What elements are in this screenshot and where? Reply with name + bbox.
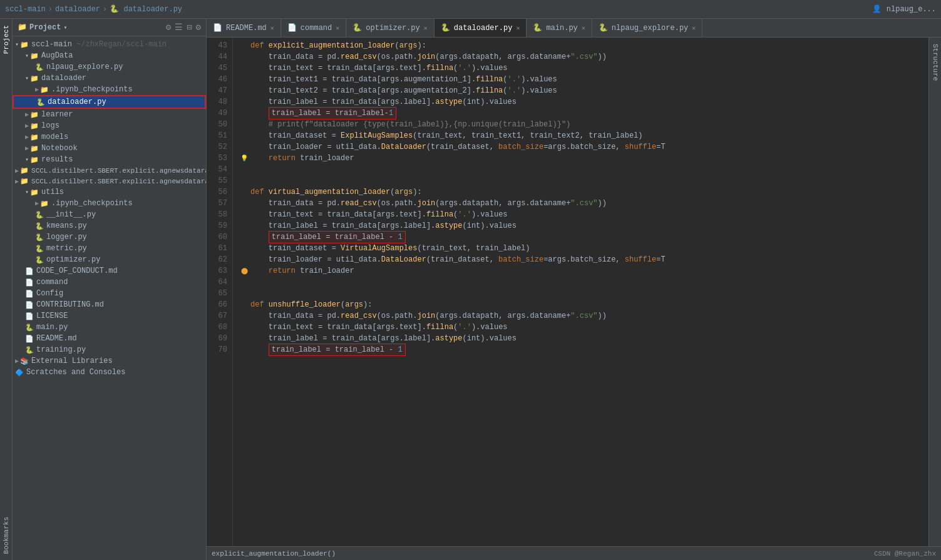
close-dataloader[interactable]: ✕ <box>516 24 520 32</box>
tree-item-notebook[interactable]: ▶ 📁 Notebook <box>13 143 206 154</box>
tree-item-command[interactable]: 📄 command <box>13 277 206 288</box>
status-bar: explicit_augmentation_loader() CSDN @Reg… <box>207 546 941 560</box>
tab-label-readme: README.md <box>226 24 267 33</box>
close-main[interactable]: ✕ <box>582 24 585 32</box>
tree-item-config[interactable]: 📄 Config <box>13 288 206 299</box>
tree-item-license[interactable]: 📄 LICENSE <box>13 310 206 322</box>
tree-item-nlpaug[interactable]: 🐍 nlpaug_explore.py <box>13 61 206 73</box>
collapse-icon[interactable]: ⊟ <box>187 22 192 33</box>
tree-item-code-of-conduct[interactable]: 📄 CODE_OF_CONDUCT.md <box>13 265 206 277</box>
tree-item-kmeans[interactable]: 🐍 kmeans.py <box>13 220 206 232</box>
code-line-57: train_data = pd.read_csv(os.path.join(ar… <box>233 198 928 209</box>
tree-item-init[interactable]: 🐍 __init__.py <box>13 209 206 220</box>
close-readme[interactable]: ✕ <box>270 24 274 32</box>
tab-label-main: main.py <box>546 24 577 33</box>
tab-label-nlpaug: nlpaug_explore.py <box>612 24 688 33</box>
tab-icon-readme: 📄 <box>213 23 222 33</box>
code-line-59: train_label = train_data[args.label].ast… <box>233 220 928 232</box>
tab-command[interactable]: 📄 command ✕ <box>281 19 346 38</box>
tab-optimizer[interactable]: 🐍 optimizer.py ✕ <box>346 19 434 38</box>
code-line-65 <box>233 288 928 299</box>
tree-item-dataloader-py[interactable]: 🐍 dataloader.py <box>13 95 206 109</box>
code-line-63: ⬤ return train_loader <box>233 265 928 277</box>
close-command[interactable]: ✕ <box>336 24 339 32</box>
code-line-66: def unshuffle_loader(args): <box>233 299 928 310</box>
tree-item-logs[interactable]: ▶ 📁 logs <box>13 120 206 131</box>
code-container: 43 44 45 46 47 48 49 50 51 52 53 54 55 5… <box>207 38 941 546</box>
code-line-53: 💡 return train_loader <box>233 153 928 164</box>
tree-item-sccl-charsw[interactable]: ▶ 📁 SCCL.distilbert.SBERT.explicit.agnew… <box>13 165 206 176</box>
code-line-54 <box>233 164 928 175</box>
tree-item-augdata[interactable]: ▾ 📁 AugData <box>13 50 206 61</box>
tree-item-sccl-word[interactable]: ▶ 📁 SCCL.distilbert.SBERT.explicit.agnew… <box>13 176 206 186</box>
code-line-51: train_dataset = ExplitAugSamples(train_t… <box>233 130 928 141</box>
tree-item-scratches[interactable]: 🔷 Scratches and Consoles <box>13 367 206 378</box>
breadcrumb-folder[interactable]: dataloader <box>55 5 100 14</box>
project-label: Project <box>29 23 61 32</box>
code-line-43: def explicit_augmentation_loader(args): <box>233 40 928 51</box>
code-line-64 <box>233 277 928 288</box>
tree-item-ipynb-checkpoints[interactable]: ▶ 📁 .ipynb_checkpoints <box>13 84 206 95</box>
settings-icon[interactable]: ⚙ <box>166 22 171 33</box>
close-optimizer[interactable]: ✕ <box>424 24 428 32</box>
tab-label-dataloader: dataloader.py <box>454 24 513 33</box>
code-line-45: train_text = train_data[args.text].filln… <box>233 63 928 74</box>
line-numbers: 43 44 45 46 47 48 49 50 51 52 53 54 55 5… <box>207 38 233 546</box>
structure-tab[interactable]: Structure <box>930 38 940 87</box>
editor-tabs: 📄 README.md ✕ 📄 command ✕ 🐍 optimizer.py… <box>207 19 941 38</box>
tree-item-utils-ipynb[interactable]: ▶ 📁 .ipynb_checkpoints <box>13 198 206 209</box>
tree-item-ext-libs[interactable]: ▶ 📚 External Libraries <box>13 355 206 367</box>
user-label[interactable]: nlpaug_e... <box>887 5 936 14</box>
code-line-55 <box>233 175 928 186</box>
gear-icon[interactable]: ⚙ <box>196 22 201 33</box>
tree-item-root[interactable]: ▾ 📁 sccl-main ~/zhxRegan/sccl-main <box>13 39 206 50</box>
code-line-47: train_text2 = train_data[args.augmentati… <box>233 85 928 96</box>
top-bar-right: 👤 nlpaug_e... <box>872 4 936 14</box>
tree-item-results[interactable]: ▾ 📁 results <box>13 154 206 165</box>
tree-item-readme[interactable]: 📄 README.md <box>13 333 206 344</box>
main-layout: Project Bookmarks 📁 Project ▾ ⚙ ☰ ⊟ ⚙ ▾ … <box>0 19 941 560</box>
tree-item-training[interactable]: 🐍 training.py <box>13 344 206 355</box>
code-line-67: train_data = pd.read_csv(os.path.join(ar… <box>233 310 928 322</box>
tab-dataloader[interactable]: 🐍 dataloader.py ✕ <box>435 19 527 38</box>
project-header-left: 📁 Project ▾ <box>18 23 68 32</box>
code-line-56: def virtual_augmentation_loader(args): <box>233 186 928 198</box>
tab-icon-dataloader: 🐍 <box>441 23 450 33</box>
breadcrumb-root[interactable]: sccl-main <box>5 5 46 14</box>
project-side-tab[interactable]: Project <box>1 19 11 60</box>
tab-icon-nlpaug: 🐍 <box>599 23 608 33</box>
code-line-58: train_text = train_data[args.text].filln… <box>233 209 928 220</box>
tree-item-optimizer-utils[interactable]: 🐍 optimizer.py <box>13 254 206 265</box>
expand-icon[interactable]: ☰ <box>175 22 183 33</box>
project-header: 📁 Project ▾ ⚙ ☰ ⊟ ⚙ <box>13 19 206 36</box>
breadcrumb-file[interactable]: 🐍 dataloader.py <box>110 4 182 14</box>
tab-icon-optimizer: 🐍 <box>352 23 362 33</box>
tab-icon-main: 🐍 <box>533 23 542 33</box>
tree-item-logger[interactable]: 🐍 logger.py <box>13 232 206 243</box>
tree-item-main[interactable]: 🐍 main.py <box>13 322 206 333</box>
tree-item-utils[interactable]: ▾ 📁 utils <box>13 186 206 198</box>
right-tabs: Structure <box>928 38 941 546</box>
code-line-46: train_text1 = train_data[args.augmentati… <box>233 74 928 85</box>
user-icon: 👤 <box>872 4 882 14</box>
tree-item-dataloader-folder[interactable]: ▾ 📁 dataloader <box>13 73 206 84</box>
tab-nlpaug[interactable]: 🐍 nlpaug_explore.py ✕ <box>592 19 702 38</box>
breadcrumb: sccl-main › dataloader › 🐍 dataloader.py <box>5 4 182 14</box>
left-side-tab: Project Bookmarks <box>0 19 13 560</box>
folder-icon: 📁 <box>18 23 27 32</box>
status-right: CSDN @Regan_zhx <box>874 550 936 557</box>
tab-readme[interactable]: 📄 README.md ✕ <box>207 19 281 38</box>
tab-icon-command: 📄 <box>287 23 297 33</box>
tree-item-metric[interactable]: 🐍 metric.py <box>13 243 206 254</box>
tree-item-learner[interactable]: ▶ 📁 learner <box>13 109 206 120</box>
tab-label-optimizer: optimizer.py <box>366 24 419 33</box>
code-line-62: train_loader = util_data.DataLoader(trai… <box>233 254 928 265</box>
code-line-68: train_text = train_data[args.text].filln… <box>233 322 928 333</box>
close-nlpaug[interactable]: ✕ <box>692 24 696 32</box>
project-header-icons: ⚙ ☰ ⊟ ⚙ <box>166 22 201 33</box>
bookmarks-side-tab[interactable]: Bookmarks <box>1 511 11 560</box>
tree-item-contributing[interactable]: 📄 CONTRIBUTING.md <box>13 299 206 310</box>
tree-item-models[interactable]: ▶ 📁 models <box>13 131 206 143</box>
tab-main[interactable]: 🐍 main.py ✕ <box>527 19 592 38</box>
code-line-52: train_loader = util_data.DataLoader(trai… <box>233 141 928 153</box>
